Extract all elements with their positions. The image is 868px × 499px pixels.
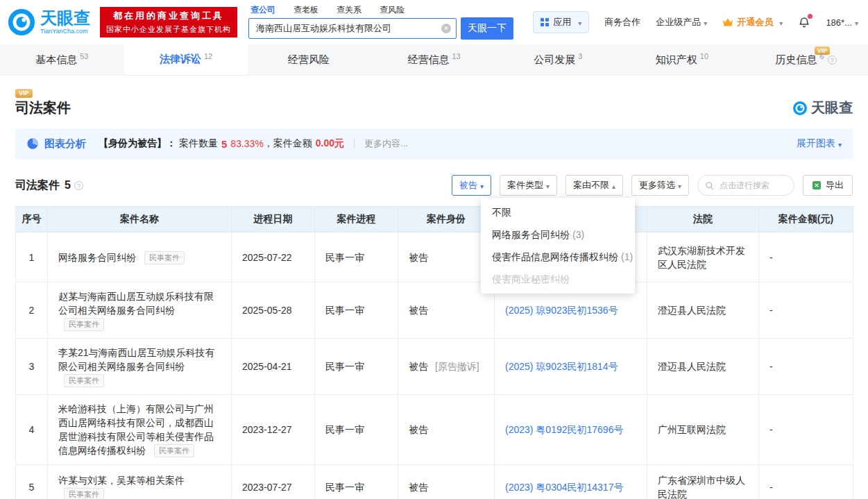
- expand-chart-link[interactable]: 展开图表: [797, 137, 842, 150]
- filter-defendant-button[interactable]: 被告: [452, 175, 491, 196]
- case-type-tag: 民事案件: [64, 318, 104, 331]
- help-icon[interactable]: [828, 56, 837, 65]
- cell-no: 4: [16, 395, 48, 465]
- cell-stage: 民事一审: [315, 339, 398, 395]
- case-name: 赵某与海南西山居互动娱乐科技有限公司相关网络服务合同纠纷: [58, 291, 214, 316]
- case-number-link[interactable]: (2025) 琼9023民初1814号: [505, 361, 618, 372]
- cell-date: 2025-07-22: [232, 232, 315, 282]
- tab-count: 12: [204, 52, 212, 60]
- cell-date: 2025-04-21: [232, 339, 315, 395]
- table-search-box: [697, 175, 794, 196]
- tab-operating-info[interactable]: 经营信息 13: [372, 44, 496, 75]
- cell-case-number: (2023) 粤0192民初17696号: [495, 395, 647, 465]
- case-number-link[interactable]: (2023) 粤0304民初14317号: [505, 482, 623, 493]
- identity-prefix: 【身份为被告】：: [99, 137, 176, 150]
- watermark-logo: 天眼查: [792, 99, 853, 117]
- col-header-case-name: 案件名称: [48, 207, 232, 232]
- enterprise-products-menu[interactable]: 企业级产品: [656, 16, 707, 28]
- tianyancha-logo-icon: [792, 101, 808, 116]
- open-vip-link[interactable]: 开通会员: [722, 16, 783, 28]
- tab-intellectual-property[interactable]: 知识产权 10: [620, 44, 744, 75]
- case-number-link[interactable]: (2023) 粤0192民初17696号: [505, 424, 623, 435]
- dropdown-label: 侵害作品信息网络传播权纠纷: [492, 251, 618, 262]
- enterprise-label: 企业级产品: [656, 16, 701, 28]
- summary-bar: 图表分析 【身份为被告】： 案件数量 5 83.33% ，案件金额 0.00元 …: [15, 128, 853, 159]
- cell-court: 澄迈县人民法院: [647, 282, 759, 339]
- biz-cooperation-link[interactable]: 商务合作: [604, 16, 640, 28]
- cell-case-name: 米哈游科技（上海）有限公司与广州西山居网络科技有限公司，成都西山居世游科技有限公…: [48, 395, 232, 465]
- cell-case-name: 许某与刘某，吴某等相关案件 民事案件: [48, 465, 232, 499]
- excel-icon: [812, 180, 822, 190]
- table-row: 3 李某21与海南西山居互动娱乐科技有限公司相关网络服务合同纠纷 民事案件 20…: [16, 339, 853, 395]
- search-tab-boss[interactable]: 查老板: [293, 4, 318, 16]
- chevron-down-icon: [477, 180, 484, 191]
- chevron-up-icon: [609, 180, 615, 191]
- filter-label: 更多筛选: [639, 179, 675, 192]
- cell-identity: 被告: [398, 282, 495, 339]
- case-percent: 83.33%: [230, 138, 263, 149]
- case-type-tag: 民事案件: [64, 488, 104, 499]
- dropdown-item-network-service[interactable]: 网络服务合同纠纷(3): [481, 223, 635, 246]
- table-row: 2 赵某与海南西山居互动娱乐科技有限公司相关网络服务合同纠纷 民事案件 2025…: [16, 282, 853, 339]
- pie-chart-icon: [26, 137, 39, 150]
- filter-cause-button[interactable]: 案由不限: [565, 175, 623, 196]
- cell-case-name: 李某21与海南西山居互动娱乐科技有限公司相关网络服务合同纠纷 民事案件: [48, 339, 232, 395]
- search-tab-company[interactable]: 查公司: [250, 4, 275, 16]
- table-search-input[interactable]: [718, 180, 787, 191]
- notification-bell[interactable]: [798, 16, 810, 28]
- identity: 被告: [409, 361, 428, 372]
- search-button[interactable]: 天眼一下: [461, 17, 513, 40]
- cell-amount: -: [759, 282, 853, 339]
- tab-operating-risk[interactable]: 经营风险: [248, 44, 372, 75]
- case-number-link[interactable]: (2025) 琼9023民初1536号: [505, 305, 618, 316]
- brand-logo[interactable]: 天眼查 TianYanCha.com: [7, 8, 90, 37]
- cell-stage: 民事一审: [315, 465, 398, 499]
- case-type-tag: 民事案件: [64, 374, 104, 387]
- cases-table: 序号 案件名称 进程日期 案件进程 案件身份 案号 法院 案件金额(元) 1 网…: [15, 206, 853, 499]
- cell-stage: 民事一审: [315, 282, 398, 339]
- dropdown-item-unlimited[interactable]: 不限: [481, 201, 635, 223]
- amount-value: 0.00元: [316, 137, 344, 150]
- chevron-down-icon: [575, 17, 581, 28]
- company-nav-tabs: 基本信息 53 法律诉讼 12 经营风险 经营信息 13 公司发展 3 知识产权…: [0, 44, 868, 76]
- tab-basic-info[interactable]: 基本信息 53: [0, 44, 124, 75]
- vip-label: 开通会员: [737, 16, 773, 28]
- table-controls: 司法案件 5 被告 案件类型 案由不限 更多筛选: [15, 174, 853, 196]
- tab-company-development[interactable]: 公司发展 3: [496, 44, 620, 75]
- col-header-identity: 案件身份: [398, 207, 495, 232]
- account-menu[interactable]: 186*...: [826, 17, 858, 28]
- cell-amount: -: [759, 339, 853, 395]
- col-header-no: 序号: [16, 207, 48, 232]
- table-row: 1 网络服务合同纠纷 民事案件 2025-07-22 民事一审 被告 武汉东湖新…: [16, 232, 853, 282]
- tab-label: 经营信息: [407, 53, 449, 67]
- case-type-tag: 民事案件: [144, 251, 185, 264]
- clear-icon[interactable]: [441, 24, 451, 33]
- tab-label: 历史信息: [776, 53, 817, 67]
- search-tab-relation[interactable]: 查关系: [337, 4, 361, 16]
- export-button[interactable]: 导出: [803, 175, 853, 196]
- logo-text-cn: 天眼查: [40, 10, 90, 26]
- tab-history-info[interactable]: VIP 历史信息 6: [744, 44, 868, 75]
- crown-icon: [722, 18, 733, 26]
- chevron-down-icon: [776, 17, 783, 28]
- list-count: 5: [65, 179, 71, 192]
- apps-button[interactable]: 应用: [533, 11, 589, 33]
- filter-more-button[interactable]: 更多筛选: [631, 175, 689, 196]
- dropdown-item-infringement[interactable]: 侵害作品信息网络传播权纠纷(1): [481, 246, 635, 268]
- filter-case-type-button[interactable]: 案件类型: [500, 175, 557, 196]
- table-header-row: 序号 案件名称 进程日期 案件进程 案件身份 案号 法院 案件金额(元): [16, 207, 853, 232]
- tab-label: 知识产权: [656, 53, 697, 67]
- search-icon: [705, 181, 714, 190]
- tab-label: 经营风险: [288, 53, 330, 67]
- chevron-down-icon: [543, 180, 550, 191]
- more-content-link[interactable]: 更多内容...: [364, 137, 408, 150]
- search-input[interactable]: [248, 18, 457, 39]
- dropdown-item-trade-secret: 侵害商业秘密纠纷: [481, 268, 635, 290]
- cell-case-number: (2023) 粤0304民初14317号: [495, 465, 647, 499]
- table-row: 5 许某与刘某，吴某等相关案件 民事案件 2023-07-27 民事一审 被告 …: [16, 465, 853, 499]
- help-icon[interactable]: [74, 181, 83, 190]
- search-tab-risk[interactable]: 查风险: [380, 4, 405, 16]
- cell-amount: -: [759, 395, 853, 465]
- promo-line1: 都在用的商业查询工具: [106, 10, 231, 22]
- tab-legal-proceedings[interactable]: 法律诉讼 12: [124, 44, 248, 75]
